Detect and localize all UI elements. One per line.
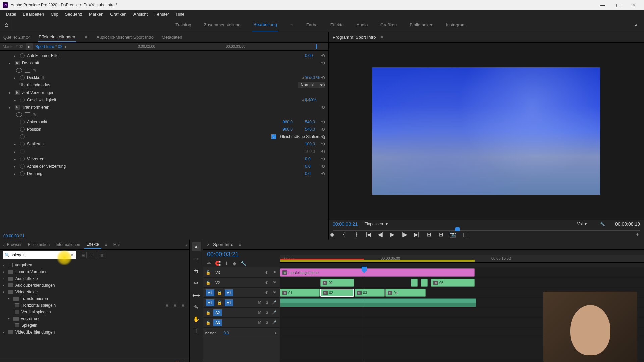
ws-bibliotheken[interactable]: Bibliotheken: [408, 19, 435, 31]
selection-tool-icon[interactable]: ▲: [192, 242, 201, 251]
ws-effekte[interactable]: Effekte: [329, 19, 345, 31]
settings-icon[interactable]: ◆: [233, 261, 236, 266]
program-menu-icon[interactable]: ≡: [379, 35, 385, 40]
solo-icon[interactable]: S: [264, 310, 270, 315]
master-chevron[interactable]: ▸: [26, 43, 33, 50]
tab-informationen[interactable]: Informationen: [54, 241, 82, 248]
track-output-icon[interactable]: ◐: [264, 290, 270, 295]
wrench-icon[interactable]: 🔧: [600, 222, 605, 226]
tab-bibliotheken[interactable]: Bibliotheken: [26, 241, 52, 248]
track-visible-icon[interactable]: 👁: [272, 280, 277, 285]
folder-audiofx[interactable]: Audioeffekte: [15, 276, 38, 281]
folder-vorgaben[interactable]: Vorgaben: [15, 263, 32, 267]
search-clear-icon[interactable]: ✕: [70, 252, 74, 258]
val-anker-x[interactable]: 960,0: [283, 120, 303, 124]
collapse-arrow[interactable]: ▾: [9, 106, 13, 109]
reset-icon[interactable]: ⟲: [321, 149, 325, 154]
timeline-menu-icon[interactable]: ≡: [237, 242, 243, 247]
tab-metadaten[interactable]: Metadaten: [161, 33, 183, 42]
track-v2[interactable]: V2: [213, 279, 222, 286]
voice-icon[interactable]: 🎤: [272, 310, 277, 315]
go-out-icon[interactable]: ▶|: [413, 231, 420, 238]
accelerated-badge-icon[interactable]: ▣: [79, 252, 87, 258]
expand-arrow[interactable]: ▸: [3, 284, 6, 287]
mask-rect-icon[interactable]: [25, 68, 30, 73]
stopwatch-icon[interactable]: [20, 149, 25, 154]
program-scrubber[interactable]: [333, 228, 640, 229]
tab-audioclip-mischer[interactable]: Audioclip-Mischer: Sport Intro: [96, 33, 155, 42]
fx-badge[interactable]: fx: [15, 90, 20, 95]
lock-icon[interactable]: 🔒: [206, 270, 211, 275]
lock-icon[interactable]: 🔒: [206, 310, 211, 315]
expand-arrow[interactable]: ▸: [14, 165, 18, 168]
track-select-tool-icon[interactable]: ⇥: [192, 254, 201, 263]
stopwatch-icon[interactable]: [20, 127, 25, 132]
collapse-arrow[interactable]: ▾: [3, 290, 6, 294]
delete-icon[interactable]: 🗑: [182, 361, 186, 362]
clip-03[interactable]: fx03: [355, 289, 385, 297]
track-output-icon[interactable]: ◐: [264, 270, 270, 275]
reset-icon[interactable]: ⟲: [321, 119, 325, 125]
folder-lumetri[interactable]: Lumetri-Vorgaben: [15, 269, 47, 274]
menu-hilfe[interactable]: Hilfe: [172, 10, 188, 18]
mask-ellipse-icon[interactable]: [16, 68, 22, 73]
expand-arrow[interactable]: ▸: [14, 142, 18, 146]
folder-verzerrung[interactable]: Verzerrung: [21, 316, 41, 321]
expand-arrow[interactable]: ▸: [14, 98, 18, 102]
tab-mar[interactable]: Mar: [111, 241, 122, 248]
menu-bearbeiten[interactable]: Bearbeiten: [19, 10, 47, 18]
type-tool-icon[interactable]: T: [192, 327, 201, 336]
mask-ellipse-icon[interactable]: [16, 112, 22, 117]
tab-effekteinstellungen[interactable]: Effekteinstellungen: [38, 32, 76, 42]
ws-grafiken[interactable]: Grafiken: [379, 19, 398, 31]
timeline-timecode[interactable]: 00:00:03:21: [203, 250, 280, 259]
mask-pen-icon[interactable]: ✎: [33, 68, 37, 73]
expand-master-icon[interactable]: ▸: [275, 330, 277, 335]
tab-overflow[interactable]: »: [185, 242, 188, 247]
reset-icon[interactable]: ⟲: [321, 141, 325, 147]
collapse-arrow[interactable]: ▾: [9, 61, 13, 65]
menu-grafiken[interactable]: Grafiken: [107, 10, 130, 18]
keyframe-nav[interactable]: ◀ ◆ ▶: [302, 98, 312, 102]
mask-pen-icon[interactable]: ✎: [33, 112, 37, 117]
ws-instagram[interactable]: Instagram: [445, 19, 467, 31]
stopwatch-icon[interactable]: [20, 134, 25, 139]
collapse-arrow[interactable]: ▾: [8, 317, 11, 320]
step-back-icon[interactable]: ◀|: [377, 231, 384, 238]
slip-tool-icon[interactable]: ⟷: [192, 291, 201, 299]
timeline-close-icon[interactable]: ×: [207, 242, 210, 247]
expand-arrow[interactable]: ▸: [3, 330, 6, 334]
minimize-button[interactable]: —: [595, 0, 610, 10]
collapse-arrow[interactable]: ▾: [8, 297, 11, 300]
mask-rect-icon[interactable]: [25, 112, 30, 117]
mute-icon[interactable]: M: [257, 310, 262, 315]
clip-v2-small2[interactable]: [421, 279, 428, 287]
voice-icon[interactable]: 🎤: [272, 300, 277, 305]
mute-icon[interactable]: M: [257, 320, 262, 325]
32bit-badge-icon[interactable]: 32: [89, 252, 96, 258]
mute-icon[interactable]: M: [257, 300, 262, 305]
lift-icon[interactable]: ⊟: [425, 231, 432, 238]
effect-spiegeln[interactable]: Spiegeln: [21, 323, 37, 328]
stopwatch-icon[interactable]: [20, 157, 25, 161]
reset-icon[interactable]: ⟲: [321, 171, 325, 176]
solo-icon[interactable]: S: [264, 320, 270, 325]
collapse-arrow[interactable]: ▾: [9, 91, 13, 95]
new-bin-icon[interactable]: 📁: [175, 361, 180, 362]
reset-icon[interactable]: ⟲: [321, 82, 325, 88]
effect-timecode[interactable]: 00:00:03:21: [0, 232, 328, 240]
program-timecode[interactable]: 00:00:03:21: [333, 221, 358, 227]
master-value[interactable]: 0,0: [224, 331, 229, 335]
reset-icon[interactable]: ⟲: [321, 127, 325, 132]
clip-v2-small[interactable]: [411, 279, 418, 287]
ws-bearbeitung-menu[interactable]: ≡: [288, 23, 295, 27]
expand-arrow[interactable]: ▸: [14, 150, 18, 154]
track-a2[interactable]: A2: [213, 309, 222, 316]
linked-sel-icon[interactable]: 🧲: [215, 261, 221, 266]
track-master[interactable]: Master: [206, 329, 214, 336]
tab-browser[interactable]: a-Browser: [1, 241, 24, 248]
ws-training[interactable]: Training: [174, 19, 192, 31]
work-area[interactable]: [280, 260, 475, 262]
track-output-icon[interactable]: ◐: [264, 280, 270, 285]
keyframe-nav[interactable]: ◀ ◆ ▶: [302, 76, 312, 80]
